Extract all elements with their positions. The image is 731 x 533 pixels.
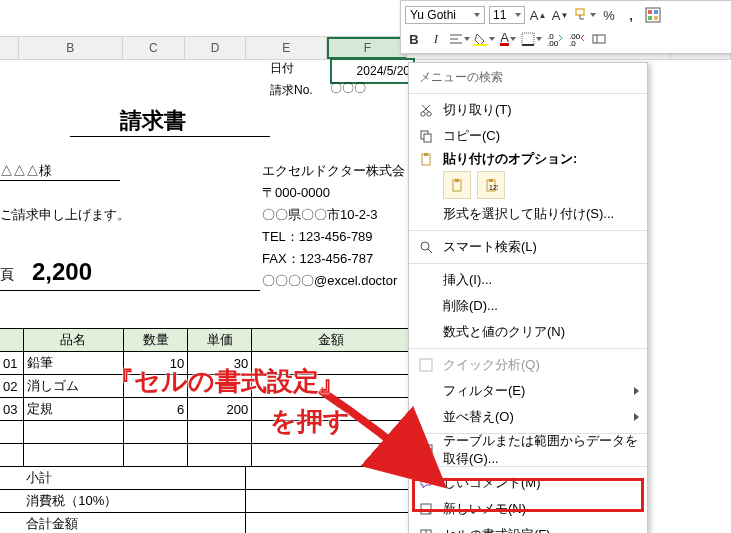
chevron-down-icon bbox=[515, 13, 521, 17]
increase-decimal-button[interactable]: .0.00 bbox=[546, 29, 564, 49]
paste-values-button[interactable]: 123 bbox=[477, 171, 505, 199]
menu-sort[interactable]: 並べ替え(O) bbox=[409, 404, 647, 430]
col-header-C[interactable]: C bbox=[123, 37, 185, 59]
col-header-B[interactable]: B bbox=[19, 37, 124, 59]
client-name: △△△様 bbox=[0, 162, 52, 180]
menu-cut[interactable]: 切り取り(T) bbox=[409, 97, 647, 123]
menu-copy[interactable]: コピー(C) bbox=[409, 123, 647, 149]
increase-font-button[interactable]: A▲ bbox=[529, 5, 547, 25]
table-row[interactable]: 01 鉛筆 10 30 bbox=[0, 352, 410, 375]
client-underline bbox=[0, 180, 120, 181]
svg-rect-33 bbox=[420, 359, 432, 371]
th-unit: 単価 bbox=[188, 329, 252, 351]
company-tel: TEL：123-456-789 bbox=[262, 226, 405, 248]
menu-clear[interactable]: 数式と値のクリア(N) bbox=[409, 319, 647, 345]
svg-rect-23 bbox=[424, 134, 431, 142]
svg-point-18 bbox=[421, 112, 425, 116]
context-menu: メニューの検索 切り取り(T) コピー(C) 貼り付けのオプション: 123 形… bbox=[408, 62, 648, 533]
tax-label: 消費税（10%） bbox=[23, 490, 246, 512]
border-button[interactable] bbox=[521, 29, 542, 49]
menu-paste-options-label: 貼り付けのオプション: bbox=[409, 149, 647, 169]
italic-button[interactable]: I bbox=[427, 29, 445, 49]
svg-line-20 bbox=[422, 105, 429, 112]
font-name-combo[interactable]: Yu Gothi bbox=[405, 6, 485, 24]
subtotal-label: 小計 bbox=[23, 467, 246, 489]
svg-line-21 bbox=[423, 105, 430, 112]
menu-format-cells[interactable]: セルの書式設定(F)... bbox=[409, 522, 647, 533]
menu-get-data[interactable]: テーブルまたは範囲からデータを取得(G)... bbox=[409, 437, 647, 463]
total-label: 合計金額 bbox=[23, 513, 246, 533]
th-name: 品名 bbox=[24, 329, 125, 351]
menu-paste-special[interactable]: 形式を選択して貼り付け(S)... bbox=[409, 201, 647, 227]
align-button[interactable] bbox=[449, 29, 470, 49]
svg-rect-0 bbox=[576, 9, 584, 15]
svg-text:.00: .00 bbox=[547, 39, 559, 46]
menu-quick-analysis: クイック分析(Q) bbox=[409, 352, 647, 378]
table-row[interactable]: 03 定規 6 200 bbox=[0, 398, 410, 421]
menu-smart-lookup[interactable]: スマート検索(L) bbox=[409, 234, 647, 260]
company-name: エクセルドクター株式会 bbox=[262, 160, 405, 182]
svg-rect-25 bbox=[424, 153, 428, 156]
svg-text:123: 123 bbox=[489, 184, 498, 191]
svg-rect-27 bbox=[455, 179, 459, 182]
title-underline bbox=[70, 136, 270, 137]
reqno-label: 請求No. bbox=[270, 82, 313, 99]
col-header-E[interactable]: E bbox=[246, 37, 327, 59]
svg-rect-10 bbox=[522, 33, 534, 45]
amount-value: 2,200 bbox=[32, 258, 92, 286]
menu-filter[interactable]: フィルター(E) bbox=[409, 378, 647, 404]
cut-icon bbox=[417, 101, 435, 119]
menu-new-comment[interactable]: しいコメント(M) bbox=[409, 470, 647, 496]
comment-icon bbox=[417, 474, 435, 492]
decrease-decimal-button[interactable]: .00.0 bbox=[568, 29, 586, 49]
item-table: 品名 数量 単価 金額 01 鉛筆 10 30 02 消しゴム 03 定規 6 … bbox=[0, 328, 410, 533]
chevron-down-icon bbox=[489, 37, 495, 41]
menu-search-label[interactable]: メニューの検索 bbox=[409, 63, 647, 90]
format-cells-icon bbox=[417, 526, 435, 533]
chevron-down-icon bbox=[464, 37, 470, 41]
font-size-combo[interactable]: 11 bbox=[489, 6, 525, 24]
decrease-font-button[interactable]: A▼ bbox=[551, 5, 569, 25]
font-size-value: 11 bbox=[493, 8, 506, 22]
svg-rect-16 bbox=[593, 35, 605, 43]
menu-new-memo[interactable]: 新しいメモ(N) bbox=[409, 496, 647, 522]
paste-icon bbox=[417, 150, 435, 168]
col-header-D[interactable]: D bbox=[185, 37, 247, 59]
percent-button[interactable]: % bbox=[600, 5, 618, 25]
more-formats-button[interactable] bbox=[590, 29, 608, 49]
chevron-down-icon bbox=[536, 37, 542, 41]
svg-rect-2 bbox=[648, 10, 652, 14]
svg-line-32 bbox=[428, 249, 432, 253]
svg-point-31 bbox=[421, 242, 429, 250]
menu-insert[interactable]: 挿入(I)... bbox=[409, 267, 647, 293]
col-header-F[interactable]: F bbox=[327, 37, 406, 59]
svg-point-19 bbox=[427, 112, 431, 116]
company-mail: 〇〇〇〇@excel.doctor bbox=[262, 270, 405, 292]
company-zip: 〒000-0000 bbox=[262, 182, 405, 204]
document-title: 請求書 bbox=[120, 106, 186, 136]
reqno-value: 〇〇〇 bbox=[330, 80, 366, 97]
comma-style-button[interactable]: , bbox=[622, 5, 640, 25]
company-block: エクセルドクター株式会 〒000-0000 〇〇県〇〇市10-2-3 TEL：1… bbox=[262, 160, 405, 292]
th-amt: 金額 bbox=[252, 329, 410, 351]
bold-button[interactable]: B bbox=[405, 29, 423, 49]
chevron-down-icon bbox=[590, 13, 596, 17]
svg-rect-3 bbox=[654, 10, 658, 14]
table-row[interactable]: 02 消しゴム bbox=[0, 375, 410, 398]
date-value: 2024/5/20 bbox=[357, 64, 410, 78]
table-icon bbox=[417, 441, 435, 459]
amount-underline bbox=[0, 290, 260, 291]
svg-text:.0: .0 bbox=[569, 39, 576, 46]
chevron-down-icon bbox=[474, 13, 480, 17]
conditional-format-button[interactable] bbox=[644, 5, 662, 25]
note-text: ご請求申し上げます。 bbox=[0, 206, 130, 224]
quick-analysis-icon bbox=[417, 356, 435, 374]
svg-rect-4 bbox=[648, 16, 652, 20]
fill-color-button[interactable] bbox=[474, 29, 495, 49]
font-color-button[interactable]: A bbox=[499, 29, 517, 49]
menu-delete[interactable]: 削除(D)... bbox=[409, 293, 647, 319]
format-painter-button[interactable] bbox=[573, 5, 596, 25]
font-name-value: Yu Gothi bbox=[410, 8, 456, 22]
paste-default-button[interactable] bbox=[443, 171, 471, 199]
svg-rect-29 bbox=[489, 179, 493, 182]
